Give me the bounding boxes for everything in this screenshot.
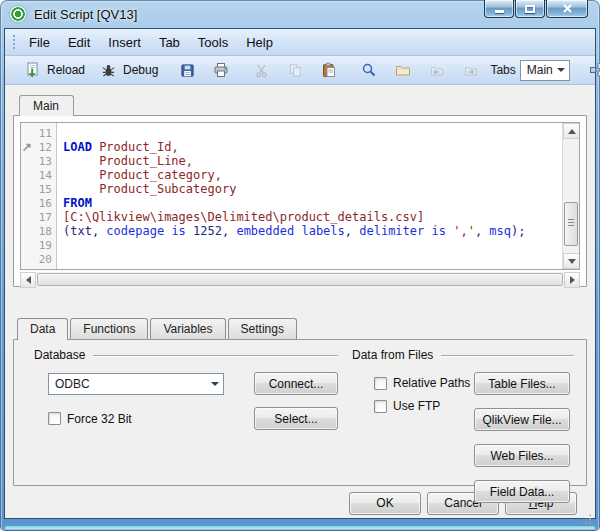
menu-item-tools[interactable]: Tools bbox=[189, 31, 237, 54]
menu-item-help[interactable]: Help bbox=[237, 31, 282, 54]
script-tab-main[interactable]: Main bbox=[19, 95, 74, 116]
database-group: Database ODBC Connect... Force 32 Bit bbox=[34, 348, 352, 485]
vertical-scrollbar[interactable] bbox=[562, 123, 579, 269]
combo-dropdown-arrow-icon[interactable] bbox=[553, 61, 569, 80]
print-button[interactable] bbox=[204, 56, 238, 84]
force-32bit-label: Force 32 Bit bbox=[67, 412, 132, 426]
code-line-12[interactable]: LOAD Product_Id, bbox=[63, 140, 560, 154]
dialog-client-area: FileEditInsertTabToolsHelp Reload Debug bbox=[4, 28, 596, 519]
cut-button[interactable] bbox=[244, 56, 278, 84]
folder-icon bbox=[392, 59, 414, 81]
files-checkboxes: Relative PathsUse FTP bbox=[374, 372, 474, 503]
scroll-up-button[interactable] bbox=[563, 123, 580, 139]
tab-data[interactable]: Data bbox=[17, 318, 68, 340]
database-select-combobox[interactable]: ODBC bbox=[48, 373, 224, 395]
reload-button[interactable]: Reload bbox=[15, 56, 91, 84]
connect-button[interactable]: Connect... bbox=[254, 372, 338, 395]
editor-frame: 11↗121314151617181920 LOAD Product_Id, P… bbox=[13, 115, 587, 287]
editor-code[interactable]: LOAD Product_Id, Product_Line, Product_c… bbox=[57, 123, 562, 269]
close-button[interactable] bbox=[546, 0, 588, 18]
line-number-15: 15 bbox=[21, 182, 56, 196]
database-select-value: ODBC bbox=[55, 377, 207, 391]
debug-label: Debug bbox=[123, 63, 158, 77]
line-number-19: 19 bbox=[21, 238, 56, 252]
window-title: Edit Script [QV13] bbox=[34, 7, 137, 22]
forward-arrow-icon bbox=[460, 59, 482, 81]
web-files-button[interactable]: Web Files... bbox=[474, 444, 570, 467]
tabs-label: Tabs bbox=[490, 63, 515, 77]
relative-paths-checkbox[interactable]: Relative Paths bbox=[374, 376, 474, 390]
files-buttons: Table Files...QlikView File...Web Files.… bbox=[474, 372, 570, 503]
vertical-scroll-thumb[interactable] bbox=[564, 202, 578, 246]
minimize-icon bbox=[495, 10, 504, 13]
use-ftp-checkbox[interactable]: Use FTP bbox=[374, 399, 474, 413]
code-line-16[interactable]: FROM bbox=[63, 196, 560, 210]
tab-settings[interactable]: Settings bbox=[228, 318, 297, 340]
reload-icon bbox=[21, 59, 43, 81]
debug-icon bbox=[97, 59, 119, 81]
copy-icon bbox=[284, 59, 306, 81]
select-button[interactable]: Select... bbox=[254, 407, 338, 430]
debug-button[interactable]: Debug bbox=[91, 56, 164, 84]
horizontal-scroll-thumb[interactable] bbox=[37, 273, 563, 286]
checkbox-icon[interactable] bbox=[48, 412, 61, 425]
line-number-11: 11 bbox=[21, 126, 56, 140]
tab-selector-value: Main bbox=[527, 63, 553, 77]
checkbox-icon[interactable] bbox=[374, 400, 387, 413]
code-line-17[interactable]: [C:\Qlikview\images\Delimited\product_de… bbox=[63, 210, 560, 224]
code-line-15[interactable]: Product_Subcategory bbox=[63, 182, 560, 196]
force-32bit-checkbox[interactable]: Force 32 Bit bbox=[48, 412, 240, 426]
data-tab-page: Database ODBC Connect... Force 32 Bit bbox=[13, 339, 587, 486]
move-tab-button[interactable] bbox=[580, 56, 600, 84]
code-line-20[interactable] bbox=[63, 252, 560, 266]
database-group-label: Database bbox=[34, 348, 85, 362]
paste-button[interactable] bbox=[312, 56, 346, 84]
minimize-button[interactable] bbox=[484, 0, 514, 18]
table-files-button[interactable]: Table Files... bbox=[474, 372, 570, 395]
reload-label: Reload bbox=[47, 63, 85, 77]
horizontal-scrollbar[interactable] bbox=[20, 272, 580, 288]
data-from-files-group: Data from Files Relative PathsUse FTP Ta… bbox=[352, 348, 574, 485]
search-icon bbox=[358, 59, 380, 81]
menu-drag-grip-icon[interactable] bbox=[11, 33, 16, 51]
titlebar[interactable]: Edit Script [QV13] bbox=[4, 0, 596, 28]
script-editor-section: Main 11↗121314151617181920 LOAD Product_… bbox=[5, 85, 595, 303]
code-line-13[interactable]: Product_Line, bbox=[63, 154, 560, 168]
scroll-left-button[interactable] bbox=[20, 272, 36, 288]
menu-item-insert[interactable]: Insert bbox=[99, 31, 150, 54]
code-line-18[interactable]: (txt, codepage is 1252, embedded labels,… bbox=[63, 224, 560, 238]
line-number-12: ↗12 bbox=[21, 140, 56, 154]
code-line-11[interactable] bbox=[63, 126, 560, 140]
line-number-18: 18 bbox=[21, 224, 56, 238]
code-line-19[interactable] bbox=[63, 238, 560, 252]
save-button[interactable] bbox=[170, 56, 204, 84]
resize-grip-icon[interactable] bbox=[580, 513, 592, 525]
forward-button[interactable] bbox=[454, 56, 488, 84]
maximize-button[interactable] bbox=[515, 0, 545, 18]
script-editor[interactable]: 11↗121314151617181920 LOAD Product_Id, P… bbox=[20, 122, 580, 270]
scroll-right-button[interactable] bbox=[564, 272, 580, 288]
data-from-files-group-label: Data from Files bbox=[352, 348, 433, 362]
tab-functions[interactable]: Functions bbox=[70, 318, 148, 340]
qlikview-file-button[interactable]: QlikView File... bbox=[474, 408, 570, 431]
find-button[interactable] bbox=[352, 56, 386, 84]
close-icon bbox=[562, 3, 573, 14]
qlikview-logo-icon bbox=[10, 6, 26, 22]
menu-item-edit[interactable]: Edit bbox=[59, 31, 99, 54]
open-file-button[interactable] bbox=[386, 56, 420, 84]
tab-selector-combobox[interactable]: Main bbox=[520, 60, 570, 81]
combo-dropdown-arrow-icon[interactable] bbox=[207, 374, 223, 394]
back-button[interactable] bbox=[420, 56, 454, 84]
menu-item-tab[interactable]: Tab bbox=[150, 31, 189, 54]
menu-item-file[interactable]: File bbox=[20, 31, 59, 54]
field-data-button[interactable]: Field Data... bbox=[474, 480, 570, 503]
tab-variables[interactable]: Variables bbox=[150, 318, 225, 340]
lower-panel: DataFunctionsVariablesSettings Database … bbox=[5, 303, 595, 486]
print-icon bbox=[210, 59, 232, 81]
scroll-down-button[interactable] bbox=[563, 253, 580, 269]
paste-icon bbox=[318, 59, 340, 81]
checkbox-icon[interactable] bbox=[374, 377, 387, 390]
code-line-14[interactable]: Product_category, bbox=[63, 168, 560, 182]
copy-button[interactable] bbox=[278, 56, 312, 84]
caption-buttons bbox=[483, 0, 588, 18]
